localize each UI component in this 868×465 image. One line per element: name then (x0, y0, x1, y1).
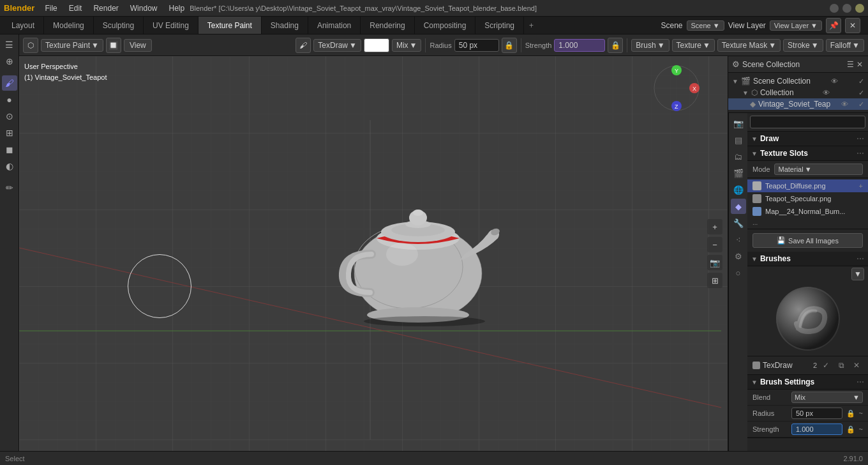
render-prop-icon[interactable]: 📷 (731, 116, 746, 131)
annotate-icon[interactable]: ✏ (2, 180, 17, 195)
texture-dropdown[interactable]: Texture ▼ (672, 39, 715, 52)
delete-brush-icon[interactable]: ✕ (850, 359, 863, 372)
zoom-in-button[interactable]: + (707, 219, 722, 234)
object-check-icon[interactable]: ✓ (858, 100, 864, 109)
tab-uv-editing[interactable]: UV Editing (144, 17, 198, 34)
minimize-button[interactable] (830, 4, 839, 13)
overlay-icon[interactable]: 🔲 (106, 38, 121, 53)
tab-shading[interactable]: Shading (262, 17, 308, 34)
particles-prop-icon[interactable]: ⁖ (731, 232, 746, 247)
texture-item-diffuse[interactable]: Teapot_Diffuse.png + (747, 179, 868, 192)
viewport[interactable]: User Perspective (1) Vintage_Soviet_Teap… (19, 56, 728, 451)
strength-curve-icon[interactable]: ~ (859, 425, 863, 433)
physics-prop-icon[interactable]: ⚙ (731, 248, 746, 264)
draw-section-header[interactable]: ▼ Draw ⋯ (747, 132, 868, 146)
menu-file[interactable]: File (40, 3, 62, 14)
menu-window[interactable]: Window (125, 3, 163, 14)
camera-view-button[interactable]: 📷 (707, 255, 722, 270)
radius-lock-icon[interactable]: 🔒 (502, 38, 517, 53)
strength-lock-prop-icon[interactable]: 🔒 (846, 425, 855, 434)
grid-button[interactable]: ⊞ (707, 273, 722, 288)
smear-tool-icon[interactable]: ⊙ (2, 109, 17, 124)
fill-tool-icon[interactable]: ◼ (2, 142, 17, 157)
collection-expand-icon: ▼ (742, 89, 749, 96)
menu-edit[interactable]: Edit (64, 3, 87, 14)
draw-tool-icon[interactable]: 🖌 (2, 75, 17, 91)
tab-rendering[interactable]: Rendering (361, 17, 414, 34)
strength-field[interactable]: 1.000 (554, 39, 605, 52)
search-input[interactable] (750, 116, 865, 128)
radius-number-field[interactable]: 50 px (791, 408, 842, 419)
settings-button[interactable]: ✕ (845, 18, 860, 33)
texture-slots-header[interactable]: ▼ Texture Slots ⋯ (747, 146, 868, 161)
brush-settings-header[interactable]: ▼ Brush Settings ⋯ (747, 375, 868, 390)
view-layer-prop-icon[interactable]: 🗂 (731, 149, 746, 164)
menu-help[interactable]: Help (163, 3, 190, 14)
save-all-button[interactable]: 💾 Save All Images (752, 233, 863, 248)
object-prop-icon[interactable]: ◆ (731, 199, 746, 214)
color-swatch[interactable] (364, 38, 389, 52)
mode-icon[interactable]: ⬡ (23, 38, 38, 53)
blend-dropdown[interactable]: Mix ▼ (392, 39, 422, 52)
scene-selector[interactable]: Scene ▼ (687, 20, 724, 31)
tab-sculpting[interactable]: Sculpting (94, 17, 144, 34)
collection-item[interactable]: ▼ ⬡ Collection 👁 ✓ (728, 87, 868, 98)
collection-check-icon[interactable]: ✓ (858, 89, 864, 97)
texture-mask-dropdown[interactable]: Texture Mask ▼ (717, 39, 781, 52)
close-button[interactable] (855, 4, 864, 13)
maximize-button[interactable] (842, 4, 851, 13)
falloff-dropdown[interactable]: Falloff ▼ (826, 39, 864, 52)
radius-field[interactable]: 50 px (454, 39, 499, 52)
strength-number-field[interactable]: 1.000 (791, 423, 842, 435)
view-layer-selector[interactable]: View Layer ▼ (770, 20, 822, 31)
copy-brush-icon[interactable]: ⧉ (835, 359, 848, 372)
svg-point-16 (364, 316, 485, 326)
brush-expand-button[interactable]: ▼ (851, 268, 864, 280)
mask-tool-icon[interactable]: ◐ (2, 158, 17, 174)
collection-eye-icon[interactable]: 👁 (823, 89, 830, 96)
scene-collection-item[interactable]: ▼ 🎬 Scene Collection 👁 ✓ (728, 75, 868, 87)
tab-layout[interactable]: Layout (3, 17, 44, 34)
strength-lock-icon[interactable]: 🔒 (608, 38, 623, 53)
svg-point-13 (413, 210, 423, 216)
material-prop-icon[interactable]: ○ (731, 265, 746, 280)
mode-dropdown[interactable]: Material ▼ (774, 164, 863, 175)
tab-scripting[interactable]: Scripting (475, 17, 524, 34)
pivot-icon[interactable]: ⊕ (2, 54, 17, 69)
blend-prop-dropdown[interactable]: Mix ▼ (791, 392, 863, 403)
mode-select-icon[interactable]: ☰ (2, 37, 17, 52)
object-eye-icon[interactable]: 👁 (841, 100, 848, 108)
texture-item-specular[interactable]: Teapot_Specular.png (747, 192, 868, 205)
brush-dropdown[interactable]: Brush ▼ (631, 39, 669, 52)
menu-render[interactable]: Render (88, 3, 123, 14)
tab-compositing[interactable]: Compositing (415, 17, 476, 34)
zoom-out-button[interactable]: − (707, 237, 722, 252)
add-workspace-button[interactable]: + (524, 17, 539, 34)
view-button[interactable]: View (124, 39, 152, 52)
texture-item-normal[interactable]: Map__24_Normal_Bum... (747, 205, 868, 218)
add-texture-button[interactable]: + (859, 182, 863, 190)
radius-curve-icon[interactable]: ~ (859, 409, 863, 417)
scene-prop-icon[interactable]: 🎬 (731, 165, 746, 181)
world-prop-icon[interactable]: 🌐 (731, 182, 746, 197)
pin-button[interactable]: 📌 (826, 18, 841, 33)
object-item[interactable]: ◆ Vintage_Soviet_Teap 👁 ✓ (728, 98, 868, 110)
paint-mode-dropdown[interactable]: Texture Paint ▼ (41, 39, 103, 52)
soften-tool-icon[interactable]: ● (2, 92, 17, 107)
view-layer-filter-icon[interactable]: ☰ (846, 60, 855, 69)
clone-tool-icon[interactable]: ⊞ (2, 125, 17, 141)
brush-type-dropdown[interactable]: TexDraw ▼ (313, 39, 361, 52)
scene-close-icon[interactable]: ✕ (855, 60, 864, 69)
checkmark-icon[interactable]: ✓ (858, 77, 864, 86)
radius-lock-prop-icon[interactable]: 🔒 (846, 409, 855, 418)
nav-gizmo[interactable]: X Y Z (651, 63, 702, 116)
eye-icon[interactable]: 👁 (831, 77, 838, 85)
brushes-section-header[interactable]: ▼ Brushes ⋯ (747, 252, 868, 266)
modifier-prop-icon[interactable]: 🔧 (731, 215, 746, 231)
check-icon[interactable]: ✓ (819, 359, 832, 372)
output-prop-icon[interactable]: ▤ (731, 132, 746, 148)
tab-modeling[interactable]: Modeling (44, 17, 94, 34)
tab-texture-paint[interactable]: Texture Paint (198, 17, 262, 34)
stroke-dropdown[interactable]: Stroke ▼ (783, 39, 823, 52)
tab-animation[interactable]: Animation (308, 17, 361, 34)
